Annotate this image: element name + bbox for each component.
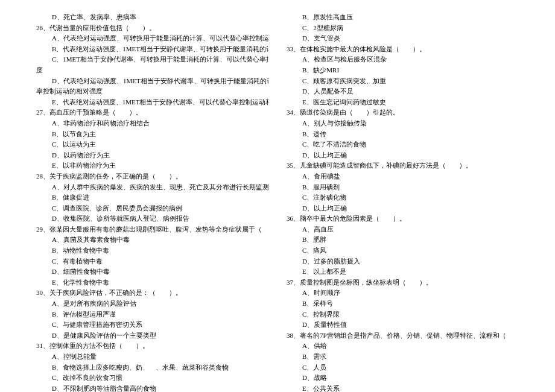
option-line: B、缺少MRI bbox=[287, 65, 519, 76]
option-line: D、过多的脂肪摄入 bbox=[287, 256, 519, 267]
option-line: B、代表绝对运动强度、1MET相当于安静代谢率、可转换用于能量消耗的计算 bbox=[36, 44, 268, 55]
option-line: C、1MET相当于安静代谢率、可转换用于能量消耗的计算、可以代替心率控制运动的相… bbox=[36, 54, 268, 65]
option-line: C、与健康管理措施有密切关系 bbox=[36, 320, 268, 330]
option-line: D、人员配备不足 bbox=[287, 86, 519, 97]
option-line: D、死亡率、发病率、患病率 bbox=[36, 12, 268, 23]
option-line: A、食用碘盐 bbox=[287, 171, 519, 182]
option-line: B、肥胖 bbox=[287, 235, 519, 245]
option-line: A、供给 bbox=[287, 341, 519, 352]
option-line: A、是对所有疾病的风险评估 bbox=[36, 299, 268, 309]
option-line: C、顾客原有疾病突发、加重 bbox=[287, 76, 519, 87]
option-line: D、是健康风险评估的一个主要类型 bbox=[36, 330, 268, 341]
option-line: D、质量特性值 bbox=[287, 320, 519, 330]
option-line: B、采样号 bbox=[287, 299, 519, 309]
question-line: 29、张某因大量服用有毒的蘑菇出现剧烈呕吐、腹泻、发热等全身症状属于（ ）。 bbox=[36, 224, 268, 235]
option-line: A、非药物治疗和药物治疗相结合 bbox=[36, 118, 268, 129]
option-line: E、公共关系 bbox=[287, 384, 519, 392]
option-line: C、以运动为主 bbox=[36, 139, 268, 150]
question-line: 34、肠道传染病是由（ ）引起的。 bbox=[287, 107, 519, 118]
question-line: 35、儿童缺碘可能造成智商低下，补碘的最好方法是（ ）。 bbox=[287, 160, 519, 171]
option-line: D、战略 bbox=[287, 373, 519, 384]
question-line: 36、脑卒中最大的危险因素是（ ）。 bbox=[287, 213, 519, 224]
option-line: D、以上均正确 bbox=[287, 150, 519, 161]
option-line: A、时间顺序 bbox=[287, 288, 519, 299]
option-line: C、人员 bbox=[287, 362, 519, 373]
question-line: 26、代谢当量的应用价值包括（ ）。 bbox=[36, 23, 268, 34]
option-line: D、支气管炎 bbox=[287, 33, 519, 44]
option-line: A、代表绝对运动强度、可转换用于能量消耗的计算、可以代替心率控制运动的相对强度 bbox=[36, 33, 268, 44]
continuation-line: 率控制运动的相对强度 bbox=[36, 86, 268, 97]
option-line: C、注射碘化物 bbox=[287, 192, 519, 203]
question-line: 31、控制体重的方法不包括（ ）。 bbox=[36, 341, 268, 352]
question-line: 33、在体检实施中最大的体检风险是（ ）。 bbox=[287, 44, 519, 55]
continuation-line: 度 bbox=[36, 65, 268, 76]
option-line: C、2型糖尿病 bbox=[287, 23, 519, 34]
option-line: A、控制总能量 bbox=[36, 352, 268, 362]
right-column: B、原发性高血压C、2型糖尿病D、支气管炎33、在体检实施中最大的体检风险是（ … bbox=[287, 12, 519, 392]
option-line: B、健康促进 bbox=[36, 192, 268, 203]
option-line: E、以上都不是 bbox=[287, 267, 519, 277]
option-line: A、对人群中疾病的爆发、疾病的发生、现患、死亡及其分布进行长期监测 bbox=[36, 182, 268, 193]
option-line: D、细菌性食物中毒 bbox=[36, 267, 268, 277]
option-line: E、化学性食物中毒 bbox=[36, 277, 268, 288]
option-line: E、代表绝对运动强度、1MET相当于安静代谢率、可以代替心率控制运动和药物相对强… bbox=[36, 97, 268, 108]
option-line: C、吃了不清洁的食物 bbox=[287, 139, 519, 150]
content-columns: D、死亡率、发病率、患病率26、代谢当量的应用价值包括（ ）。A、代表绝对运动强… bbox=[36, 12, 519, 392]
option-line: C、调查医院、诊所、居民委员会漏报的病例 bbox=[36, 203, 268, 214]
option-line: C、改掉不良的饮食习惯 bbox=[36, 373, 268, 384]
option-line: A、高血压 bbox=[287, 224, 519, 235]
option-line: B、食物选择上应多吃瘦肉、奶、 、水果、蔬菜和谷类食物 bbox=[36, 362, 268, 373]
option-line: D、以药物治疗为主 bbox=[36, 150, 268, 161]
option-line: B、服用碘剂 bbox=[287, 182, 519, 193]
option-line: B、评估模型运用严谨 bbox=[36, 309, 268, 320]
option-line: D、收集医院、诊所等就医病人登记、病例报告 bbox=[36, 213, 268, 224]
question-line: 28、关于疾病监测的任务，不正确的是（ ）。 bbox=[36, 171, 268, 182]
option-line: D、以上均正确 bbox=[287, 203, 519, 214]
option-line: B、动物性食物中毒 bbox=[36, 245, 268, 256]
option-line: B、遗传 bbox=[287, 129, 519, 140]
option-line: E、医生忘记询问药物过敏史 bbox=[287, 97, 519, 108]
option-line: C、控制界限 bbox=[287, 309, 519, 320]
option-line: B、以节食为主 bbox=[36, 129, 268, 140]
question-line: 37、质量控制图是坐标图，纵坐标表明（ ）。 bbox=[287, 277, 519, 288]
left-column: D、死亡率、发病率、患病率26、代谢当量的应用价值包括（ ）。A、代表绝对运动强… bbox=[36, 12, 268, 392]
question-line: 30、关于疾病风险评估，不正确的是：（ ）。 bbox=[36, 288, 268, 299]
question-line: 38、著名的7P营销组合是指产品、价格、分销、促销、物理特征、流程和（ ）。 bbox=[287, 330, 519, 341]
option-line: B、需求 bbox=[287, 352, 519, 362]
question-line: 27、高血压的干预策略是（ ）。 bbox=[36, 107, 268, 118]
option-line: B、原发性高血压 bbox=[287, 12, 519, 23]
option-line: E、以非药物治疗为主 bbox=[36, 160, 268, 171]
option-line: A、别人与你接触传染 bbox=[287, 118, 519, 129]
option-line: C、有毒植物中毒 bbox=[36, 256, 268, 267]
option-line: A、真菌及其毒素食物中毒 bbox=[36, 235, 268, 245]
option-line: A、检查区与检后服务区混杂 bbox=[287, 54, 519, 65]
option-line: C、痛风 bbox=[287, 245, 519, 256]
option-line: D、代表绝对运动强度、1MET相当于安静代谢率、可转换用于能量消耗的计算、可以代… bbox=[36, 76, 268, 87]
option-line: D、不限制肥肉等油脂含量高的食物 bbox=[36, 384, 268, 392]
